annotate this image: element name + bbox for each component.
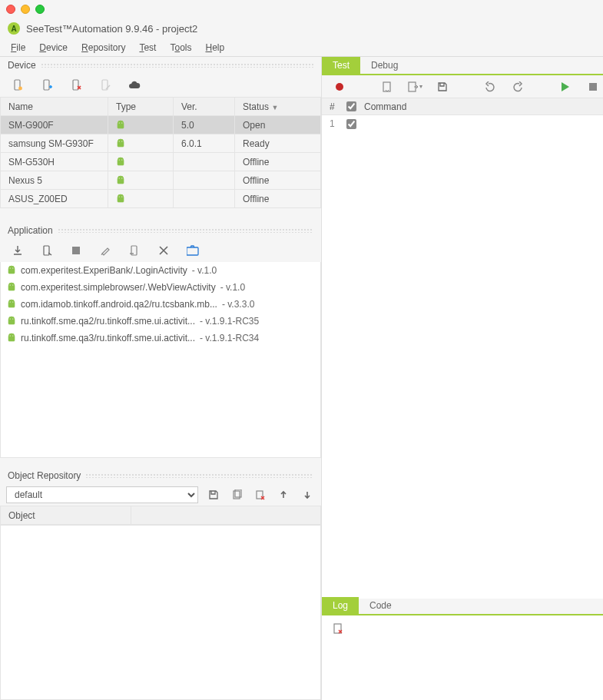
sort-desc-icon: ▼	[271, 104, 278, 111]
svg-point-25	[10, 318, 11, 319]
objrepo-panel-header: Object Repository	[0, 467, 321, 484]
app-delete-icon[interactable]	[155, 242, 172, 259]
objrepo-panel-title: Object Repository	[8, 470, 81, 481]
app-name: com.idamob.tinkoff.android.qa2/ru.tcsban…	[21, 299, 217, 310]
device-row[interactable]: samsung SM-G930F6.0.1Ready	[1, 134, 321, 153]
app-uninstall-icon[interactable]	[126, 242, 143, 259]
svg-point-27	[10, 335, 11, 336]
log-clear-icon[interactable]	[330, 620, 346, 637]
device-ver: 6.0.1	[174, 134, 235, 153]
device-status: Offline	[235, 190, 321, 208]
device-table-header-row: Name Type Ver. Status ▼	[1, 98, 321, 116]
app-screenshot-icon[interactable]	[184, 242, 201, 259]
app-stop-icon[interactable]	[68, 242, 84, 259]
svg-point-1	[18, 87, 22, 91]
test-toolbar: ▾ ▾	[322, 75, 603, 98]
svg-point-8	[121, 141, 122, 141]
device-add-icon[interactable]	[38, 77, 55, 94]
android-icon	[7, 299, 16, 310]
application-row[interactable]: ru.tinkoff.sme.qa3/ru.tinkoff.sme.ui.act…	[1, 330, 320, 347]
cmd-header-checkbox[interactable]	[346, 101, 356, 111]
app-version: - v.1.9.1-RC34	[200, 333, 259, 343]
app-clear-icon[interactable]	[97, 242, 114, 259]
cmd-col-command[interactable]: Command	[364, 101, 406, 112]
export-icon[interactable]: ▾	[406, 78, 423, 95]
window-zoom-button[interactable]	[35, 5, 45, 14]
device-row[interactable]: ASUS_Z00EDOffline	[1, 190, 321, 208]
app-name: ru.tinkoff.sme.qa3/ru.tinkoff.sme.ui.act…	[21, 333, 195, 343]
device-status: Offline	[235, 171, 321, 190]
record-icon[interactable]	[331, 78, 348, 95]
device-name: Nexus 5	[1, 171, 108, 190]
device-type-icon	[108, 134, 174, 153]
device-row[interactable]: SM-G530HOffline	[1, 153, 321, 171]
device-col-ver[interactable]: Ver.	[174, 98, 235, 116]
application-row[interactable]: com.idamob.tinkoff.android.qa2/ru.tcsban…	[1, 296, 320, 313]
tab-code[interactable]: Code	[359, 597, 403, 614]
menu-test[interactable]: Test	[139, 42, 156, 53]
tab-test[interactable]: Test	[322, 57, 360, 74]
menu-tools[interactable]: Tools	[170, 42, 191, 53]
command-table-body: 1	[322, 115, 603, 599]
app-name: ru.tinkoff.sme.qa2/ru.tinkoff.sme.ui.act…	[21, 316, 195, 327]
cmd-row-checkbox[interactable]	[346, 119, 356, 129]
application-row[interactable]: com.experitest.simplebrowser/.WebViewAct…	[1, 279, 320, 296]
device-name: ASUS_Z00ED	[1, 190, 108, 208]
device-panel-header: Device	[0, 57, 321, 74]
menu-repository[interactable]: Repository	[81, 42, 125, 53]
objrepo-down-icon[interactable]	[300, 486, 315, 503]
device-col-name[interactable]: Name	[1, 98, 108, 116]
objrepo-table: Object	[0, 506, 321, 525]
objrepo-col-object[interactable]: Object	[1, 506, 131, 525]
svg-point-21	[10, 284, 11, 285]
save-icon[interactable]	[434, 78, 451, 95]
menu-device[interactable]: Device	[39, 42, 68, 53]
android-icon	[7, 333, 16, 343]
objrepo-select[interactable]: default	[6, 486, 198, 503]
objrepo-col-blank[interactable]	[131, 506, 321, 525]
tab-debug[interactable]: Debug	[360, 57, 409, 74]
command-row[interactable]: 1	[322, 115, 603, 132]
run-icon[interactable]	[557, 78, 574, 95]
device-col-status[interactable]: Status ▼	[235, 98, 321, 116]
app-version: - v.1.9.1-RC35	[200, 316, 259, 327]
objrepo-up-icon[interactable]	[276, 486, 291, 503]
device-ver	[174, 153, 235, 171]
svg-point-28	[12, 335, 13, 336]
android-icon	[7, 265, 16, 276]
objrepo-copy-icon[interactable]	[229, 486, 244, 503]
device-refresh-icon[interactable]	[9, 77, 26, 94]
app-version: - v.1.0	[220, 282, 245, 293]
objrepo-save-icon[interactable]	[206, 486, 221, 503]
device-row[interactable]: SM-G900F5.0Open	[1, 116, 321, 134]
svg-point-22	[12, 284, 13, 285]
window-close-button[interactable]	[6, 5, 15, 14]
menu-help[interactable]: Help	[205, 42, 224, 53]
cloud-icon[interactable]	[126, 77, 143, 94]
application-row[interactable]: ru.tinkoff.sme.qa2/ru.tinkoff.sme.ui.act…	[1, 313, 320, 330]
application-row[interactable]: com.experitest.ExperiBank/.LoginActivity…	[1, 262, 320, 279]
device-col-type[interactable]: Type	[108, 98, 174, 116]
device-remove-icon[interactable]	[68, 77, 84, 94]
device-type-icon	[108, 171, 174, 190]
stop-icon[interactable]	[585, 78, 601, 95]
undo-icon[interactable]	[482, 78, 499, 95]
svg-point-9	[119, 159, 120, 160]
app-launch-icon[interactable]	[38, 242, 55, 259]
app-install-icon[interactable]	[9, 242, 26, 259]
application-list: com.experitest.ExperiBank/.LoginActivity…	[0, 262, 321, 458]
menu-file[interactable]: File	[11, 42, 25, 53]
android-icon	[7, 282, 16, 293]
window-minimize-button[interactable]	[21, 5, 30, 14]
cmd-col-num[interactable]: #	[330, 101, 339, 112]
svg-point-13	[119, 196, 120, 197]
svg-point-5	[119, 122, 120, 123]
import-icon[interactable]	[379, 78, 396, 95]
redo-icon[interactable]	[509, 78, 526, 95]
objrepo-delete-icon[interactable]	[253, 486, 268, 503]
device-row[interactable]: Nexus 5Offline	[1, 171, 321, 190]
menubar: File Device Repository Test Tools Help	[0, 38, 603, 57]
device-edit-icon[interactable]	[97, 77, 114, 94]
tab-log[interactable]: Log	[322, 597, 359, 614]
app-title-bar: A SeeTest™Automation 9.9.46 - project2	[0, 18, 603, 38]
